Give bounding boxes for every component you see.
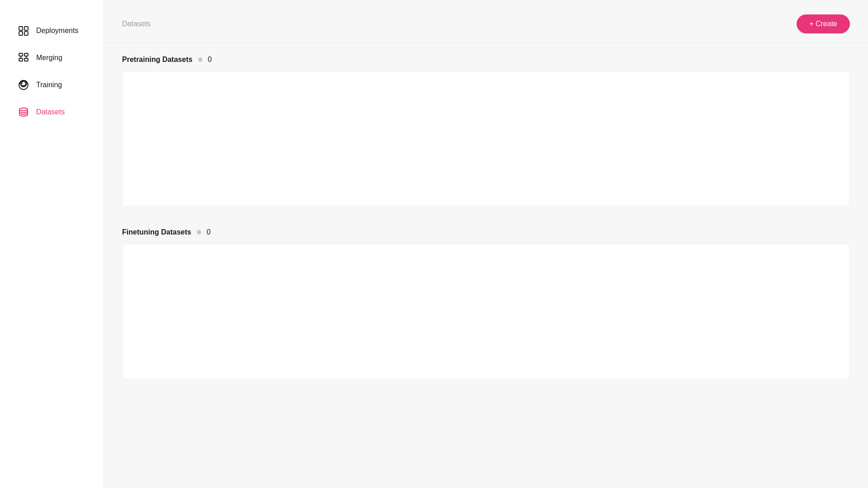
content-area: Pretraining Datasets 0 Finetuning Datase… [104,43,868,488]
finetuning-section-header: Finetuning Datasets 0 [122,228,850,236]
sidebar: Deployments Merging Training [0,0,104,488]
training-icon [18,80,29,90]
sidebar-item-label-training: Training [36,81,62,89]
datasets-icon [18,107,29,117]
sidebar-item-label-datasets: Datasets [36,108,65,116]
svg-rect-5 [24,53,28,56]
sidebar-item-merging[interactable]: Merging [5,46,98,70]
main-content: Datasets + Create Pretraining Datasets 0… [104,0,868,488]
svg-rect-1 [24,27,28,30]
deployments-icon [18,25,29,36]
pretraining-title: Pretraining Datasets [122,56,193,64]
svg-rect-2 [19,32,23,35]
svg-rect-0 [19,27,23,30]
finetuning-count: 0 [207,228,211,236]
pretraining-section: Pretraining Datasets 0 [122,43,850,216]
finetuning-title: Finetuning Datasets [122,228,191,236]
sidebar-item-label-deployments: Deployments [36,27,78,35]
create-button[interactable]: + Create [797,14,850,33]
svg-point-11 [19,108,28,111]
page-title: Datasets [122,20,151,28]
svg-rect-4 [19,53,23,56]
finetuning-section: Finetuning Datasets 0 [122,216,850,388]
sidebar-item-datasets[interactable]: Datasets [5,100,98,124]
page-header: Datasets + Create [104,0,868,43]
sidebar-item-training[interactable]: Training [5,73,98,97]
pretraining-badge [198,57,203,62]
pretraining-count: 0 [208,56,212,64]
pretraining-section-header: Pretraining Datasets 0 [122,56,850,64]
sidebar-item-label-merging: Merging [36,54,62,62]
finetuning-badge [197,230,201,235]
merging-icon [18,52,29,63]
sidebar-item-deployments[interactable]: Deployments [5,19,98,42]
finetuning-content [122,244,850,379]
pretraining-content [122,71,850,206]
svg-rect-3 [24,32,28,35]
